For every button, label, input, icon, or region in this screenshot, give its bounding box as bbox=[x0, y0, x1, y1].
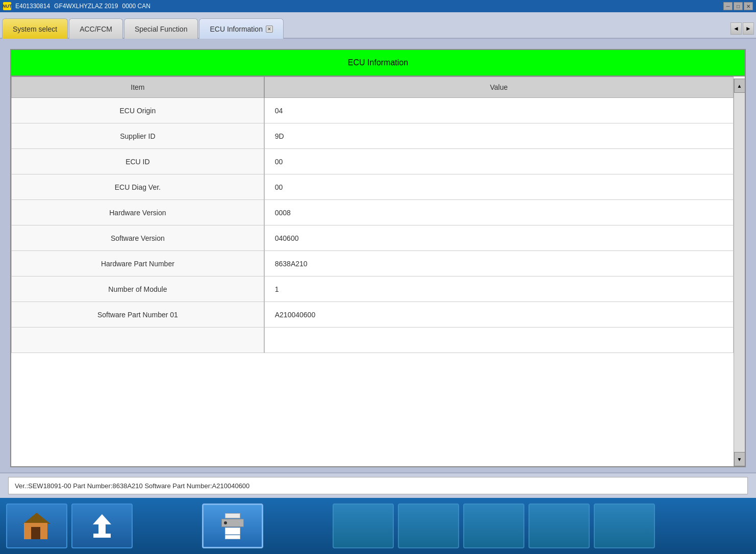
title-bar-left: NUT E401330814 GF4WXLHYZLAZ 2019 0000 CA… bbox=[3, 2, 150, 10]
toolbar-empty-slot-1 bbox=[137, 503, 198, 548]
table-cell-item: ECU Diag Ver. bbox=[12, 174, 264, 200]
table-row: Hardware Part Number8638A210 bbox=[12, 251, 734, 276]
table-cell-value: 00 bbox=[264, 149, 734, 174]
scroll-down-button[interactable]: ▼ bbox=[734, 452, 745, 466]
tab-prev-button[interactable]: ◄ bbox=[730, 22, 742, 35]
toolbar-empty-slot-2 bbox=[267, 503, 329, 548]
tab-acc-fcm[interactable]: ACC/FCM bbox=[69, 18, 123, 39]
table-row: Software Version040600 bbox=[12, 225, 734, 251]
table-row: Hardware Version0008 bbox=[12, 200, 734, 225]
table-cell-item: Software Version bbox=[12, 225, 264, 251]
toolbar-right-btn-5[interactable] bbox=[594, 503, 655, 548]
table-row: ECU ID00 bbox=[12, 149, 734, 174]
title-bar: NUT E401330814 GF4WXLHYZLAZ 2019 0000 CA… bbox=[0, 0, 756, 12]
tab-system-select[interactable]: System select bbox=[2, 18, 68, 39]
table-cell-item: ECU ID bbox=[12, 149, 264, 174]
column-header-value: Value bbox=[264, 77, 734, 98]
table-row: ECU Diag Ver.00 bbox=[12, 174, 734, 200]
table-header-row: Item Value bbox=[12, 77, 734, 98]
minimize-button[interactable]: ─ bbox=[723, 2, 733, 10]
tab-ecu-information-label: ECU Information bbox=[210, 25, 262, 33]
toolbar-right-btn-1[interactable] bbox=[333, 503, 394, 548]
scroll-bar: ▲ ▼ bbox=[734, 79, 745, 466]
tab-ecu-information[interactable]: ECU Information ✕ bbox=[199, 18, 283, 39]
toolbar-right-btn-4[interactable] bbox=[528, 503, 590, 548]
close-button[interactable]: ✕ bbox=[744, 2, 753, 10]
table-cell-item: Number of Module bbox=[12, 276, 264, 302]
toolbar-right-btn-2[interactable] bbox=[398, 503, 459, 548]
print-icon bbox=[221, 513, 244, 539]
tab-special-function[interactable]: Special Function bbox=[124, 18, 198, 39]
table-cell-item: Hardware Part Number bbox=[12, 251, 264, 276]
ecu-info-header: ECU Information bbox=[11, 50, 745, 77]
table-cell-value: 0008 bbox=[264, 200, 734, 225]
tab-next-button[interactable]: ► bbox=[743, 22, 754, 35]
table-row: ECU Origin04 bbox=[12, 98, 734, 123]
tab-bar: System select ACC/FCM Special Function E… bbox=[0, 12, 756, 39]
table-cell-value: 9D bbox=[264, 123, 734, 149]
table-cell-value: 00 bbox=[264, 174, 734, 200]
tab-acc-fcm-label: ACC/FCM bbox=[80, 25, 112, 33]
table-cell-item: Hardware Version bbox=[12, 200, 264, 225]
title-bar-controls: ─ □ ✕ bbox=[723, 2, 753, 10]
back-icon bbox=[93, 514, 111, 538]
home-icon bbox=[24, 513, 49, 539]
table-cell-item bbox=[12, 328, 264, 353]
bottom-toolbar bbox=[0, 498, 756, 554]
ecu-table-body: ECU Origin04Supplier ID9DECU ID00ECU Dia… bbox=[12, 98, 734, 353]
table-cell-value: 040600 bbox=[264, 225, 734, 251]
tab-special-function-label: Special Function bbox=[135, 25, 188, 33]
status-text: Ver.:SEW18091-00 Part Number:8638A210 So… bbox=[8, 477, 748, 494]
table-cell-value: A210040600 bbox=[264, 302, 734, 328]
table-cell-item: Supplier ID bbox=[12, 123, 264, 149]
tab-navigation: ◄ ► bbox=[730, 22, 754, 35]
column-header-item: Item bbox=[12, 77, 264, 98]
table-row: Number of Module1 bbox=[12, 276, 734, 302]
tab-system-select-label: System select bbox=[13, 25, 57, 33]
table-cell-value: 1 bbox=[264, 276, 734, 302]
table-cell-value bbox=[264, 328, 734, 353]
protocol: 0000 CAN bbox=[122, 3, 150, 10]
toolbar-right-btn-3[interactable] bbox=[463, 503, 524, 548]
vehicle-info: GF4WXLHYZLAZ 2019 bbox=[54, 3, 118, 10]
ecu-info-table: Item Value ECU Origin04Supplier ID9DECU … bbox=[11, 77, 734, 353]
status-bar: Ver.:SEW18091-00 Part Number:8638A210 So… bbox=[0, 472, 756, 498]
ecu-table-container: ECU Information Item Value ECU Origin04S… bbox=[10, 49, 746, 467]
tab-close-button[interactable]: ✕ bbox=[266, 26, 273, 33]
home-button[interactable] bbox=[6, 503, 67, 548]
print-button[interactable] bbox=[202, 503, 263, 548]
scroll-up-button[interactable]: ▲ bbox=[734, 79, 745, 93]
table-cell-item: Software Part Number 01 bbox=[12, 302, 264, 328]
back-button[interactable] bbox=[71, 503, 133, 548]
app-icon: NUT bbox=[3, 2, 11, 10]
table-cell-item: ECU Origin bbox=[12, 98, 264, 123]
table-row bbox=[12, 328, 734, 353]
main-content: ECU Information Item Value ECU Origin04S… bbox=[0, 39, 756, 472]
app-id: E401330814 bbox=[15, 3, 50, 10]
table-row: Software Part Number 01A210040600 bbox=[12, 302, 734, 328]
table-row: Supplier ID9D bbox=[12, 123, 734, 149]
table-cell-value: 04 bbox=[264, 98, 734, 123]
table-cell-value: 8638A210 bbox=[264, 251, 734, 276]
maximize-button[interactable]: □ bbox=[734, 2, 743, 10]
